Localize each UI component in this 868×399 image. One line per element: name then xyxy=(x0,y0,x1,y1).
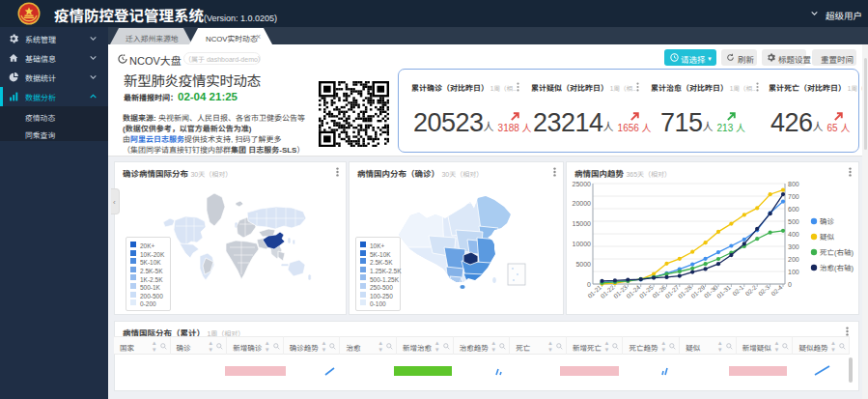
svg-text:100: 100 xyxy=(788,267,799,276)
svg-text:10000: 10000 xyxy=(573,239,592,248)
svg-text:700: 700 xyxy=(788,191,799,201)
svg-text:疑似: 疑似 xyxy=(820,231,834,242)
svg-text:20000: 20000 xyxy=(573,198,592,208)
svg-text:200: 200 xyxy=(788,254,799,264)
svg-text:15000: 15000 xyxy=(573,218,592,228)
svg-text:5000: 5000 xyxy=(575,259,591,269)
svg-text:300: 300 xyxy=(788,242,799,251)
svg-text:25000: 25000 xyxy=(573,179,592,188)
svg-text:确诊: 确诊 xyxy=(820,215,834,226)
svg-text:死亡(右轴): 死亡(右轴) xyxy=(820,246,854,257)
svg-text:400: 400 xyxy=(788,229,799,239)
svg-text:0: 0 xyxy=(788,279,792,289)
svg-text:500: 500 xyxy=(788,216,799,226)
svg-text:800: 800 xyxy=(788,179,799,188)
svg-text:治愈(右轴): 治愈(右轴) xyxy=(820,262,854,272)
svg-text:600: 600 xyxy=(788,204,799,214)
